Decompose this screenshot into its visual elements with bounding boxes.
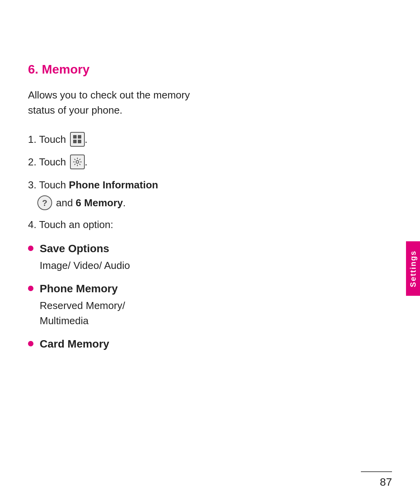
section-description: Allows you to check out the memory statu… [28, 88, 191, 118]
svg-point-0 [76, 161, 79, 163]
page-number: 87 [361, 476, 392, 488]
step-3-line2: ? and 6 Memory. [37, 195, 397, 211]
bullet-item-save-options: Save Options [28, 242, 397, 255]
settings-tab-label: Settings [409, 250, 418, 287]
step-3-bold: Phone Information [69, 179, 158, 191]
step-3-bold2: 6 Memory [76, 197, 123, 209]
step-2-text: 2. Touch [28, 156, 66, 168]
main-content: 6. Memory Allows you to check out the me… [28, 62, 397, 504]
section-title: 6. Memory [28, 62, 397, 77]
step-1-text: 1. Touch [28, 133, 66, 146]
info-icon: ? [37, 195, 52, 210]
bullet-sub-phone-memory: Reserved Memory/Multimedia [40, 298, 397, 328]
step-2-suffix: . [85, 156, 88, 168]
step-3-prefix: 3. Touch Phone Information [28, 179, 158, 191]
step-2: 2. Touch . [28, 155, 397, 169]
bullet-phone-memory: Phone Memory Reserved Memory/Multimedia [28, 283, 397, 328]
step-4: 4. Touch an option: [28, 219, 397, 231]
bullet-label-phone-memory: Phone Memory [40, 283, 118, 295]
grid-cell [73, 140, 77, 143]
page-number-area: 87 [361, 471, 392, 488]
step-3-and: and 6 Memory. [56, 195, 126, 211]
bullet-item-card-memory: Card Memory [28, 338, 397, 350]
bullet-dot-2 [28, 286, 33, 291]
grid-icon-inner [73, 135, 82, 144]
step-1: 1. Touch . [28, 132, 397, 147]
bullet-dot-1 [28, 246, 33, 251]
bullet-dot-3 [28, 341, 33, 346]
step-3: 3. Touch Phone Information ? and 6 Memor… [28, 177, 397, 211]
settings-tab: Settings [406, 241, 420, 296]
bullet-label-save-options: Save Options [40, 242, 109, 255]
bullet-item-phone-memory: Phone Memory [28, 283, 397, 295]
gear-icon [70, 155, 85, 169]
grid-icon [70, 132, 85, 147]
bullet-card-memory: Card Memory [28, 338, 397, 350]
page-divider [361, 471, 392, 472]
grid-cell [78, 140, 81, 143]
bullet-label-card-memory: Card Memory [40, 338, 109, 350]
bullet-save-options: Save Options Image/ Video/ Audio [28, 242, 397, 273]
step-1-suffix: . [85, 133, 88, 146]
grid-cell [73, 135, 77, 139]
bullet-sub-save-options: Image/ Video/ Audio [40, 258, 397, 273]
grid-cell [78, 135, 81, 139]
